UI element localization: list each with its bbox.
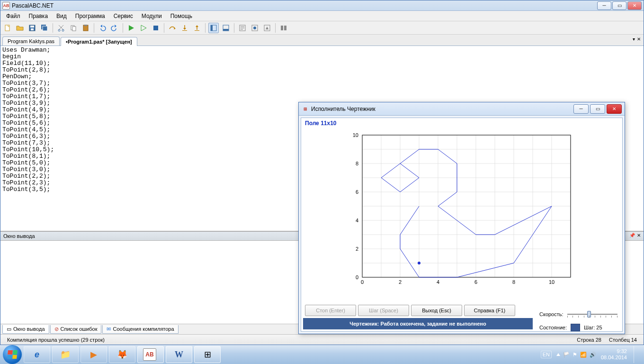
copy-icon[interactable] — [68, 23, 79, 33]
flag-icon[interactable]: 🏳️ — [563, 352, 570, 358]
tray-expand-icon[interactable] — [556, 353, 560, 356]
run2-icon[interactable] — [138, 23, 149, 33]
network-icon[interactable]: 📶 — [580, 352, 587, 358]
misc3-icon[interactable] — [262, 23, 272, 33]
misc1-icon[interactable] — [237, 23, 248, 33]
drawman-maximize-button[interactable]: ▭ — [590, 104, 605, 114]
menu-edit[interactable]: Правка — [25, 12, 52, 20]
tab-kaktys[interactable]: Program Kaktys.pas — [2, 36, 60, 46]
task-media[interactable]: ▶ — [80, 346, 107, 363]
save-icon[interactable] — [27, 23, 37, 33]
svg-text:2: 2 — [356, 246, 358, 252]
pascal-icon: AB — [143, 348, 156, 361]
task-pascal[interactable]: AB — [137, 346, 164, 363]
panel1-icon[interactable] — [208, 23, 219, 33]
language-indicator[interactable]: EN — [541, 351, 552, 358]
svg-rect-0 — [5, 25, 9, 31]
misc2-icon[interactable] — [250, 23, 260, 33]
drawman-title: Исполнитель Чертежник — [311, 106, 572, 112]
svg-text:8: 8 — [512, 279, 515, 285]
status-col: Столбец 14 — [605, 337, 641, 343]
menu-modules[interactable]: Модули — [138, 12, 166, 20]
svg-rect-23 — [281, 26, 283, 30]
bottom-tab-label: Сообщения компилятора — [113, 326, 174, 332]
task-drawman[interactable]: ⊞ — [194, 346, 221, 363]
paste-icon[interactable] — [80, 23, 91, 33]
speed-slider[interactable] — [567, 309, 617, 319]
misc4-icon[interactable] — [278, 23, 289, 33]
panel2-icon[interactable] — [221, 23, 231, 33]
bottom-tab-compiler[interactable]: ✉ Сообщения компилятора — [102, 325, 178, 334]
svg-rect-13 — [182, 30, 187, 31]
show-desktop-button[interactable] — [634, 346, 638, 363]
svg-rect-16 — [211, 25, 213, 31]
clock[interactable]: 9:32 08.04.2014 — [601, 348, 627, 361]
svg-rect-12 — [153, 26, 158, 30]
drawman-icon: ⊞ — [302, 105, 309, 113]
folder-icon: 📁 — [60, 349, 71, 360]
undo-icon[interactable] — [97, 23, 107, 33]
ide-titlebar[interactable]: AB PascalABC.NET ─ ▭ ✕ — [0, 0, 644, 11]
menu-view[interactable]: Вид — [53, 12, 71, 20]
maximize-button[interactable]: ▭ — [612, 1, 626, 10]
msg-icon: ✉ — [107, 326, 111, 332]
task-word[interactable]: W — [166, 346, 192, 363]
help-button[interactable]: Справка (F1) — [464, 305, 515, 316]
volume-icon[interactable]: 🔊 — [590, 352, 596, 358]
drawman-window[interactable]: ⊞ Исполнитель Чертежник ─ ▭ ✕ Поле 11x10… — [298, 102, 625, 334]
form-icon: ⊞ — [204, 349, 211, 360]
new-icon[interactable] — [2, 23, 13, 33]
stepout-icon[interactable] — [192, 23, 202, 33]
saveall-icon[interactable] — [39, 23, 50, 33]
svg-point-21 — [253, 27, 256, 29]
open-icon[interactable] — [15, 23, 25, 33]
exit-button[interactable]: Выход (Esc) — [411, 305, 462, 316]
menu-help[interactable]: Помощь — [167, 12, 196, 20]
tab-program1[interactable]: •Program1.pas* [Запущен] — [61, 37, 137, 46]
status-line: Строка 28 — [573, 337, 605, 343]
app-icon: AB — [2, 2, 10, 9]
tab-strip: Program Kaktys.pas •Program1.pas* [Запущ… — [0, 35, 644, 46]
run-icon[interactable] — [126, 23, 136, 33]
output-close-icon[interactable]: ✕ — [637, 233, 641, 238]
drawman-field-label: Поле 11x10 — [301, 118, 622, 128]
tab-close-icon[interactable]: ✕ — [637, 36, 641, 42]
task-ie[interactable]: e — [24, 346, 50, 363]
svg-rect-11 — [84, 25, 87, 26]
stop-button[interactable]: Стоп (Enter) — [305, 305, 356, 316]
clock-date: 08.04.2014 — [601, 355, 627, 361]
menu-service[interactable]: Сервис — [110, 12, 137, 20]
drawman-titlebar[interactable]: ⊞ Исполнитель Чертежник ─ ▭ ✕ — [299, 102, 625, 116]
error-icon: ⊘ — [54, 326, 59, 332]
svg-text:4: 4 — [437, 279, 439, 285]
close-button[interactable]: ✕ — [627, 1, 642, 10]
menu-file[interactable]: Файл — [2, 12, 24, 20]
svg-rect-5 — [43, 26, 47, 31]
minimize-button[interactable]: ─ — [597, 1, 611, 10]
menu-program[interactable]: Программа — [72, 12, 109, 20]
drawman-close-button[interactable]: ✕ — [607, 104, 622, 114]
word-icon: W — [175, 350, 183, 360]
start-button[interactable] — [3, 345, 22, 364]
bottom-tab-output[interactable]: ▭ Окно вывода — [2, 325, 49, 334]
firefox-icon: 🦊 — [117, 349, 127, 360]
stepin-icon[interactable] — [179, 23, 190, 33]
action-center-icon[interactable]: ⚑ — [572, 352, 577, 358]
drawman-minimize-button[interactable]: ─ — [573, 104, 589, 114]
task-firefox[interactable]: 🦊 — [109, 346, 135, 363]
stepover-icon[interactable] — [167, 23, 178, 33]
step-button[interactable]: Шаг (Space) — [358, 305, 409, 316]
svg-rect-9 — [72, 27, 76, 31]
svg-text:2: 2 — [399, 279, 402, 285]
bottom-tab-errors[interactable]: ⊘ Список ошибок — [50, 325, 102, 334]
stop-icon[interactable] — [151, 23, 161, 33]
bottom-tab-label: Список ошибок — [61, 326, 98, 332]
output-pin-icon[interactable]: 📌 — [629, 233, 635, 238]
redo-icon[interactable] — [109, 23, 120, 33]
svg-text:10: 10 — [549, 279, 555, 285]
toolbar — [0, 21, 644, 35]
task-explorer[interactable]: 📁 — [52, 346, 79, 363]
svg-rect-14 — [195, 30, 199, 31]
tab-dropdown-icon[interactable]: ▾ — [633, 36, 635, 42]
cut-icon[interactable] — [56, 23, 66, 33]
